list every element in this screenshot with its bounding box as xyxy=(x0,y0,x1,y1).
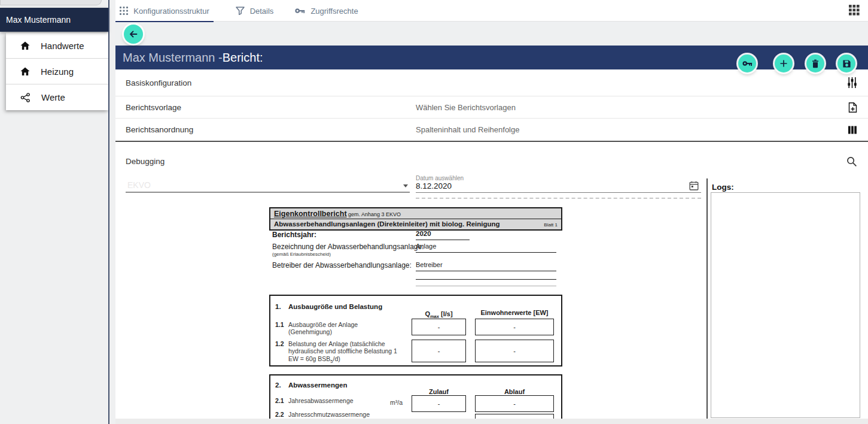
field-underline xyxy=(416,240,470,240)
sidebar-divider xyxy=(108,0,109,424)
page-title: Bericht: xyxy=(223,51,263,65)
back-button[interactable] xyxy=(124,25,143,44)
tab-label: Details xyxy=(250,7,274,16)
row-unit: m³/a xyxy=(390,399,403,406)
grid-icon xyxy=(120,7,128,15)
calendar-icon xyxy=(689,181,699,190)
row-basiskonfiguration[interactable]: Basiskonfiguration xyxy=(115,69,868,96)
share-icon xyxy=(20,93,31,102)
field-value: 2020 xyxy=(416,230,431,237)
row-label: Basiskonfiguration xyxy=(126,78,416,87)
sidebar-header: Max Mustermann xyxy=(0,8,108,32)
tune-icon[interactable] xyxy=(847,77,857,88)
calendar-button[interactable] xyxy=(689,181,699,190)
report-sheet-number: Blatt 1 xyxy=(544,222,558,228)
row-label: Berichtsvorlage xyxy=(126,103,416,112)
field-note: (gemäß Erlaubnisbescheid) xyxy=(272,252,331,257)
field-underline-faint xyxy=(416,286,556,286)
section-number: 1. xyxy=(275,303,281,310)
note-add-icon[interactable] xyxy=(848,102,857,113)
row-hint: Wählen Sie Berichtsvorlagen xyxy=(416,103,848,112)
sidebar-menu: Handwerte Heizung Werte xyxy=(6,33,108,110)
arrow-left-icon xyxy=(129,29,138,39)
row-label: Jahresabwassermenge xyxy=(288,397,387,404)
view-column-icon[interactable] xyxy=(848,125,857,135)
date-picker-field[interactable]: Datum auswählen 8.12.2020 xyxy=(416,175,701,193)
sidebar-item-handwerte[interactable]: Handwerte xyxy=(6,33,108,59)
section-divider xyxy=(115,141,868,142)
column-header-zulauf: Zulauf xyxy=(412,388,466,395)
delete-button[interactable] xyxy=(806,54,824,72)
report-title-row: Eigenkontrollbericht gem. Anhang 3 EKVO xyxy=(270,208,561,219)
input-qmax-1-2[interactable]: - xyxy=(412,340,466,362)
row-berichtsanordnung[interactable]: Berichtsanordnung Spalteninhalt und Reih… xyxy=(115,119,868,141)
home-icon xyxy=(20,67,30,76)
save-button[interactable] xyxy=(837,54,855,72)
date-field-label: Datum auswählen xyxy=(416,175,464,181)
key-button[interactable] xyxy=(738,54,756,72)
report-subtitle: Abwasserbehandlungsanlagen (Direkteinlei… xyxy=(274,220,500,228)
tab-details[interactable]: Details xyxy=(226,0,283,22)
input-ablauf-2-1[interactable]: - xyxy=(475,395,554,412)
add-button[interactable] xyxy=(775,54,793,72)
search-button[interactable] xyxy=(846,156,857,167)
report-type-select[interactable]: EKVO xyxy=(126,177,410,193)
input-zulauf-2-1[interactable]: - xyxy=(412,395,466,412)
logs-output[interactable] xyxy=(711,192,860,418)
input-ew-1-1[interactable]: - xyxy=(475,319,554,335)
chevron-down-icon xyxy=(403,184,408,187)
trash-icon xyxy=(811,59,820,68)
section-number: 2. xyxy=(275,381,281,389)
apps-grid-icon xyxy=(849,5,860,16)
row-hint: Spalteninhalt und Reihenfolge xyxy=(416,125,848,134)
field-value: Betreiber xyxy=(416,261,443,268)
search-icon xyxy=(846,156,857,167)
report-title: Eigenkontrollbericht xyxy=(274,210,347,218)
section-1-box: 1. Ausbaugröße und Belastung Qmax [l/s] … xyxy=(269,295,562,367)
filter-icon xyxy=(236,7,245,15)
column-header-qmax: Qmax [l/s] xyxy=(412,310,466,319)
input-ew-1-2[interactable]: - xyxy=(475,340,554,362)
plus-icon xyxy=(779,59,788,68)
date-field-value: 8.12.2020 xyxy=(416,181,452,190)
tab-konfigurationsstruktur[interactable]: Konfigurationsstruktur xyxy=(115,0,214,22)
key-icon xyxy=(742,59,753,68)
field-label: Bezeichnung der Abwasserbehandlungsanlag… xyxy=(272,243,424,251)
section-title: Abwassermengen xyxy=(288,381,347,389)
row-number: 2.2 xyxy=(275,411,284,418)
tab-label: Zugriffsrechte xyxy=(310,7,358,16)
field-underline-empty xyxy=(416,279,556,280)
sidebar-item-heizung[interactable]: Heizung xyxy=(6,59,108,84)
field-label: Berichtsjahr: xyxy=(272,231,316,239)
row-number: 2.1 xyxy=(275,397,284,404)
column-header-ew: Einwohnerwerte [EW] xyxy=(475,309,554,316)
row-berichtsvorlage[interactable]: Berichtsvorlage Wählen Sie Berichtsvorla… xyxy=(115,96,868,119)
header-spacer xyxy=(115,22,868,46)
apps-grid-button[interactable] xyxy=(849,5,861,17)
sidebar-item-werte[interactable]: Werte xyxy=(6,84,108,110)
sidebar-item-label: Heizung xyxy=(41,66,74,77)
key-icon xyxy=(295,7,305,15)
field-underline xyxy=(416,252,556,253)
row-label: Belastung der Anlage (tatsächliche hydra… xyxy=(288,340,407,365)
input-qmax-1-1[interactable]: - xyxy=(412,319,466,335)
column-header-ablauf: Ablauf xyxy=(475,388,554,395)
row-label: Ausbaugröße der Anlage (Genehmigung) xyxy=(288,321,378,336)
report-title-suffix: gem. Anhang 3 EKVO xyxy=(347,211,401,217)
save-icon xyxy=(842,59,851,68)
row-number: 1.1 xyxy=(275,321,284,328)
app-window: Max Mustermann Handwerte Heizung Werte xyxy=(0,0,868,424)
logs-label: Logs: xyxy=(712,183,734,192)
tab-zugriffsrechte[interactable]: Zugriffsrechte xyxy=(293,0,360,22)
section-2-box: 2. Abwassermengen Zulauf Ablauf 2.1 Jahr… xyxy=(269,374,562,424)
sidebar-item-label: Werte xyxy=(41,92,65,102)
page-title-prefix: Max Mustermann - xyxy=(123,51,223,65)
sidebar-item-label: Handwerte xyxy=(41,41,84,51)
field-label: Betreiber der Abwasserbehandlungsanlage: xyxy=(272,261,412,269)
home-icon xyxy=(20,41,30,50)
field-underline xyxy=(416,271,556,271)
tab-label: Konfigurationsstruktur xyxy=(133,7,209,16)
section-title: Ausbaugröße und Belastung xyxy=(288,303,382,310)
page-bottom-edge xyxy=(115,419,868,424)
select-value: EKVO xyxy=(127,180,151,190)
